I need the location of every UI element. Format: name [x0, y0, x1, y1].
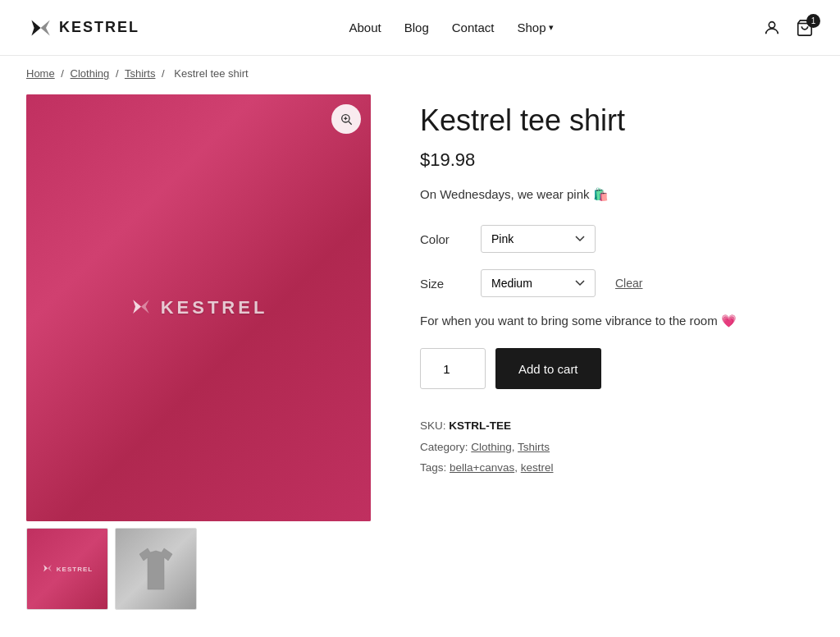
svg-point-2: [769, 21, 774, 27]
tags-row: Tags: bella+canvas, kestrel: [420, 457, 814, 479]
nav-shop[interactable]: Shop ▾: [517, 21, 553, 34]
size-label: Size: [420, 277, 461, 291]
breadcrumb: Home / Clothing / Tshirts / Kestrel tee …: [0, 56, 840, 91]
product-title: Kestrel tee shirt: [420, 103, 814, 138]
svg-marker-5: [141, 300, 149, 314]
svg-marker-11: [48, 565, 52, 571]
product-page: KESTREL KESTREL: [0, 94, 840, 610]
category-label: Category:: [420, 441, 471, 453]
sku-label: SKU:: [420, 419, 449, 432]
svg-marker-0: [31, 20, 40, 35]
shop-chevron-icon: ▾: [549, 22, 554, 33]
cart-button[interactable]: 1: [796, 19, 814, 37]
clear-size-link[interactable]: Clear: [615, 277, 642, 290]
breadcrumb-home[interactable]: Home: [26, 67, 55, 80]
breadcrumb-current: Kestrel tee shirt: [174, 67, 248, 80]
nav-blog[interactable]: Blog: [404, 21, 429, 34]
tag-bella-canvas[interactable]: bella+canvas: [450, 461, 514, 474]
category-row: Category: Clothing, Tshirts: [420, 437, 814, 458]
svg-marker-4: [133, 300, 141, 314]
product-images: KESTREL KESTREL: [26, 94, 371, 610]
main-nav: About Blog Contact Shop ▾: [349, 21, 554, 34]
color-select[interactable]: Pink Grey Blue: [481, 225, 596, 253]
breadcrumb-sep1: /: [61, 67, 64, 80]
tags-label: Tags:: [420, 461, 450, 474]
logo-text: KESTREL: [59, 19, 139, 36]
thumb1-logo-icon: [42, 563, 53, 575]
tshirt-brand-text: KESTREL: [161, 297, 268, 318]
breadcrumb-sep2: /: [116, 67, 119, 80]
svg-marker-1: [41, 20, 50, 35]
account-button[interactable]: [763, 19, 781, 37]
tag-kestrel[interactable]: kestrel: [521, 461, 554, 474]
quantity-input[interactable]: [420, 348, 486, 389]
site-header: KESTREL About Blog Contact Shop ▾ 1: [0, 0, 840, 56]
zoom-button[interactable]: [331, 104, 361, 134]
logo-icon: [26, 15, 52, 41]
account-icon: [763, 19, 781, 37]
thumb2-shirt-icon: [135, 544, 176, 593]
add-to-cart-row: Add to cart: [420, 348, 814, 389]
sku-row: SKU: KSTRL-TEE: [420, 415, 814, 437]
product-description: For when you want to bring some vibrance…: [420, 314, 814, 328]
nav-about[interactable]: About: [349, 21, 381, 34]
breadcrumb-tshirts[interactable]: Tshirts: [125, 67, 156, 80]
thumbnail-list: KESTREL: [26, 528, 371, 610]
cart-badge: 1: [806, 14, 820, 28]
svg-line-7: [349, 121, 352, 125]
category-tshirts[interactable]: Tshirts: [518, 441, 550, 453]
breadcrumb-sep3: /: [162, 67, 165, 80]
thumbnail-1[interactable]: KESTREL: [26, 528, 108, 610]
color-label: Color: [420, 232, 461, 246]
thumbnail-2[interactable]: [115, 528, 197, 610]
main-product-image: KESTREL: [26, 94, 371, 521]
nav-icons: 1: [763, 19, 814, 37]
thumb1-text: KESTREL: [57, 566, 93, 573]
zoom-icon: [340, 112, 353, 126]
breadcrumb-clothing[interactable]: Clothing: [71, 67, 110, 80]
product-tagline: On Wednesdays, we wear pink 🛍️: [420, 187, 814, 202]
product-price: $19.98: [420, 149, 814, 171]
sku-value: KSTRL-TEE: [449, 419, 511, 432]
color-option-row: Color Pink Grey Blue: [420, 225, 814, 253]
category-clothing[interactable]: Clothing: [471, 441, 512, 453]
size-option-row: Size Small Medium Large XL Clear: [420, 269, 814, 297]
tshirt-logo-icon: [130, 296, 153, 319]
add-to-cart-button[interactable]: Add to cart: [495, 348, 601, 389]
product-meta: SKU: KSTRL-TEE Category: Clothing, Tshir…: [420, 415, 814, 479]
tshirt-design-overlay: KESTREL: [130, 296, 268, 319]
thumb2-content: [135, 544, 176, 593]
nav-contact[interactable]: Contact: [452, 21, 495, 34]
size-select[interactable]: Small Medium Large XL: [481, 269, 596, 297]
product-details: Kestrel tee shirt $19.98 On Wednesdays, …: [420, 94, 814, 610]
svg-marker-10: [43, 565, 48, 571]
logo-link[interactable]: KESTREL: [26, 15, 139, 41]
main-image-container: KESTREL: [26, 94, 371, 521]
